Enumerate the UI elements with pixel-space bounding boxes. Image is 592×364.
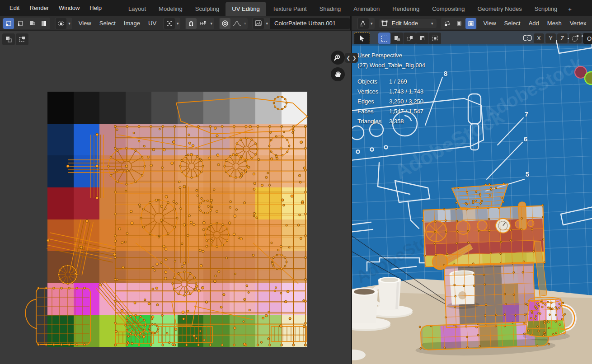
v3d-menu-mesh[interactable]: Mesh xyxy=(543,18,566,28)
sphere-green[interactable] xyxy=(585,72,592,84)
callout-5: 5 xyxy=(526,170,529,178)
uv-face-select-button[interactable] xyxy=(27,18,38,29)
v3d-menu-add[interactable]: Add xyxy=(525,18,543,28)
vertex-cube-icon xyxy=(444,20,451,27)
proportional-edit-group: ▾ xyxy=(219,18,248,29)
island-select-icon xyxy=(40,20,47,27)
magnifier-icon xyxy=(334,53,343,62)
uv-island-select-button[interactable] xyxy=(38,18,49,29)
area-splitter-widget[interactable]: ❮ ❯ xyxy=(345,53,358,63)
callout-6: 6 xyxy=(524,135,527,143)
proportional-falloff-dropdown[interactable] xyxy=(231,18,242,29)
v3d-menu-view[interactable]: View xyxy=(479,18,500,28)
tab-rendering[interactable]: Rendering xyxy=(386,2,426,16)
mirror-x-button[interactable]: X xyxy=(534,33,544,43)
select-tool-group xyxy=(378,33,441,44)
view-perspective-label: User Perspective xyxy=(357,51,425,61)
snap-group: ▾ xyxy=(185,18,214,29)
pivot-point-dropdown[interactable]: ▾ xyxy=(163,18,181,29)
dashed-box-icon xyxy=(381,36,387,42)
tab-texture-paint[interactable]: Texture Paint xyxy=(266,2,313,16)
tab-shading[interactable]: Shading xyxy=(313,2,348,16)
select-mode-intersect-button[interactable] xyxy=(429,33,441,44)
mirror-z-button[interactable]: Z xyxy=(557,33,568,43)
viewport-header: ▾ Edit Mode ▾ View Select Add Mesh Verte… xyxy=(352,16,592,31)
chevron-down-icon: ▾ xyxy=(68,21,70,26)
stat-objects: Objects1 / 269 xyxy=(357,77,425,87)
face-mode-button[interactable] xyxy=(465,18,476,29)
image-icon xyxy=(254,20,263,27)
select-box-new-button[interactable] xyxy=(378,33,390,44)
edge-cube-icon xyxy=(456,20,463,27)
snap-toggle-button[interactable] xyxy=(186,18,197,29)
uv-editor-canvas[interactable] xyxy=(0,31,351,364)
tab-animation[interactable]: Animation xyxy=(347,2,386,16)
tab-scripting[interactable]: Scripting xyxy=(528,2,564,16)
vertex-select-icon xyxy=(5,20,12,27)
topbar: Edit Render Window Help Layout Modeling … xyxy=(0,0,592,16)
stat-edges: Edges3,250 / 3,250 xyxy=(357,97,425,107)
mode-selector[interactable]: Edit Mode ▾ xyxy=(379,19,437,28)
uv-menu-image[interactable]: Image xyxy=(120,18,144,28)
menu-help[interactable]: Help xyxy=(85,3,107,13)
viewport-tool-header: X Y Z O xyxy=(354,33,591,44)
zoom-widget[interactable] xyxy=(331,51,345,65)
mirror-butterfly-icon xyxy=(522,34,532,42)
select-intersect-icon xyxy=(432,35,439,42)
image-browse-dropdown[interactable]: ▾ xyxy=(252,18,270,29)
v3d-menu-vertex[interactable]: Vertex xyxy=(566,18,591,28)
tab-geometry-nodes[interactable]: Geometry Nodes xyxy=(471,2,528,16)
editor-type-dropdown[interactable]: ▾ xyxy=(357,18,375,29)
select-box-icon xyxy=(18,35,26,43)
callout-8: 8 xyxy=(444,70,447,77)
tab-sculpting[interactable]: Sculpting xyxy=(189,2,226,16)
tab-compositing[interactable]: Compositing xyxy=(426,2,471,16)
tab-layout[interactable]: Layout xyxy=(122,2,152,16)
select-mode-new-button[interactable] xyxy=(391,33,403,44)
tab-uv-editing[interactable]: UV Editing xyxy=(226,2,266,16)
menu-window[interactable]: Window xyxy=(54,3,85,13)
uv-edge-select-button[interactable] xyxy=(15,18,26,29)
color-palette-texture xyxy=(47,92,307,347)
snap-target-dropdown[interactable] xyxy=(197,18,208,29)
proportional-edit-toggle[interactable] xyxy=(220,18,230,29)
pivot-icon xyxy=(166,20,173,27)
uv-vertex-select-button[interactable] xyxy=(3,18,14,29)
snap-increment-icon xyxy=(199,20,207,27)
edge-mode-button[interactable] xyxy=(454,18,465,29)
select-mode-extend-button[interactable] xyxy=(404,33,416,44)
mode-label: Edit Mode xyxy=(388,20,430,27)
proportional-snap-button[interactable] xyxy=(569,33,582,43)
select-mode-subtract-button[interactable] xyxy=(416,33,428,44)
add-workspace-button[interactable]: + xyxy=(564,2,576,16)
uv-menu-select[interactable]: Select xyxy=(95,18,120,28)
chevron-down-icon: ▾ xyxy=(210,21,212,26)
uv-tweak-tool-button[interactable] xyxy=(2,33,15,45)
image-name-field[interactable]: ColorPalette Urban.001 xyxy=(270,18,350,29)
chevron-down-icon: ▾ xyxy=(371,21,373,26)
v3d-menu-select[interactable]: Select xyxy=(500,18,525,28)
menu-render[interactable]: Render xyxy=(24,3,54,13)
edge-select-icon xyxy=(17,20,24,27)
pan-widget[interactable] xyxy=(331,67,345,81)
hand-icon xyxy=(334,70,343,79)
face-cube-icon xyxy=(467,20,475,27)
dashed-circle-icon xyxy=(571,34,579,42)
vertex-mode-button[interactable] xyxy=(442,18,453,29)
uv-select-box-tool-button[interactable] xyxy=(16,33,28,45)
callout-7: 7 xyxy=(525,110,528,118)
uv-sticky-select-dropdown[interactable]: ▾ xyxy=(55,18,72,29)
select-new-icon xyxy=(394,35,401,42)
viewport-3d[interactable]: AdobeStock AdobeStock AdobeStock xyxy=(352,31,592,364)
viewport-stats-overlay: User Perspective (27) Wood_Table_Big.004… xyxy=(357,51,425,126)
active-tool-button[interactable] xyxy=(354,33,370,44)
uv-menu-view[interactable]: View xyxy=(75,18,95,28)
mirror-y-button[interactable]: Y xyxy=(545,33,556,43)
workspace-tabs: Layout Modeling Sculpting UV Editing Tex… xyxy=(122,0,576,16)
menu-edit[interactable]: Edit xyxy=(5,3,24,13)
options-dropdown[interactable]: O xyxy=(583,33,592,44)
tab-modeling[interactable]: Modeling xyxy=(152,2,189,16)
uv-tool-buttons xyxy=(2,33,28,45)
uv-menu-uv[interactable]: UV xyxy=(144,18,160,28)
chevron-down-icon: ▾ xyxy=(431,21,433,26)
